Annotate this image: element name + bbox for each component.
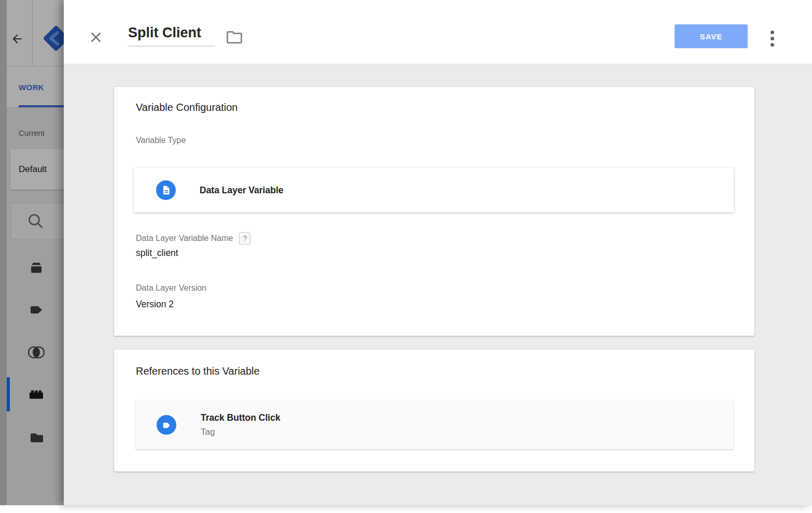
folder-icon bbox=[225, 30, 244, 45]
dlv-name-value[interactable]: split_client bbox=[136, 248, 178, 259]
dlv-name-label-row: Data Layer Variable Name ? bbox=[136, 232, 250, 245]
kebab-dot bbox=[771, 43, 774, 47]
dlv-name-label: Data Layer Variable Name bbox=[136, 234, 233, 243]
variable-configuration-heading: Variable Configuration bbox=[136, 102, 237, 113]
panel-header: Split Client SAVE bbox=[64, 0, 812, 64]
variable-configuration-card: Variable Configuration Variable Type Dat… bbox=[114, 87, 754, 336]
data-layer-variable-icon bbox=[161, 185, 171, 195]
variable-type-card[interactable]: Data Layer Variable bbox=[134, 168, 734, 212]
save-button[interactable]: SAVE bbox=[675, 24, 748, 48]
reference-title: Track Button Click bbox=[201, 412, 281, 423]
dlv-version-value[interactable]: Version 2 bbox=[136, 299, 174, 310]
references-card: References to this Variable Track Button… bbox=[114, 350, 754, 472]
close-icon bbox=[88, 30, 104, 45]
variable-editor-panel: Split Client SAVE Variable Configuration… bbox=[64, 0, 812, 505]
variable-type-label: Variable Type bbox=[136, 136, 186, 145]
panel-body: Variable Configuration Variable Type Dat… bbox=[64, 64, 812, 505]
variable-type-value: Data Layer Variable bbox=[200, 168, 283, 212]
close-button[interactable] bbox=[88, 29, 104, 46]
move-to-folder-button[interactable] bbox=[225, 28, 244, 46]
variable-name-title[interactable]: Split Client bbox=[128, 25, 215, 47]
kebab-dot bbox=[771, 37, 774, 40]
variable-type-icon-circle bbox=[156, 180, 176, 200]
reference-icon-circle bbox=[157, 415, 176, 435]
reference-row[interactable]: Track Button Click Tag bbox=[136, 401, 734, 449]
tag-icon bbox=[161, 419, 172, 431]
dlv-version-label: Data Layer Version bbox=[136, 283, 206, 293]
app-root: WORK Current Default bbox=[0, 0, 812, 513]
more-options-button[interactable] bbox=[766, 28, 778, 49]
help-icon[interactable]: ? bbox=[239, 232, 250, 245]
kebab-dot bbox=[771, 31, 774, 34]
reference-type: Tag bbox=[201, 427, 215, 437]
references-heading: References to this Variable bbox=[136, 365, 260, 377]
